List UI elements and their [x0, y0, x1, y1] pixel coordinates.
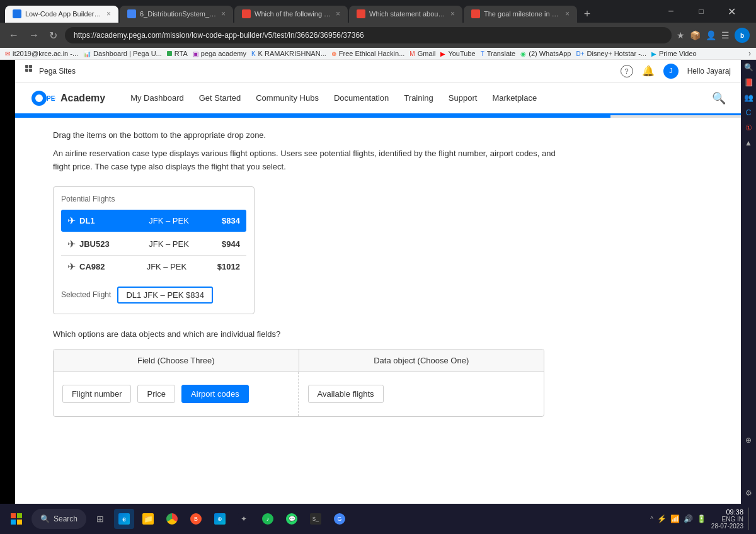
nav-support[interactable]: Support [449, 93, 478, 103]
bookmark-gmail2[interactable]: MGmail [410, 50, 435, 57]
back-button[interactable]: ← [6, 27, 21, 43]
tab-2-close[interactable]: × [221, 9, 226, 18]
flight-row-dl1[interactable]: ✈ DL1 JFK – PEK $834 [61, 210, 246, 232]
flight-row-jbu523[interactable]: ✈ JBU523 JFK – PEK $944 [61, 233, 246, 256]
tab-5[interactable]: The goal milestone in a service-b × [464, 6, 577, 23]
bookmark-ethical[interactable]: ⊕Free Ethical Hackin... [331, 50, 405, 57]
extensions-icon[interactable]: ☰ [721, 30, 730, 40]
settings-icon[interactable]: ⚙ [745, 489, 752, 497]
taskbar-search[interactable]: 🔍 Search [32, 509, 86, 529]
field-chip-price[interactable]: Price [137, 385, 175, 403]
taskbar-app-8[interactable]: 💬 [282, 509, 302, 529]
new-tab-button[interactable]: + [578, 5, 596, 23]
tray-arrow[interactable]: ^ [650, 516, 653, 523]
data-objects-column: Available flights [299, 372, 544, 416]
nav-documentation[interactable]: Documentation [334, 93, 389, 103]
ext-icon-6[interactable]: ▲ [745, 139, 752, 147]
svg-rect-3 [29, 69, 32, 72]
ext-icon-3[interactable]: 👥 [744, 93, 753, 102]
bookmark-pega[interactable]: ▣pega academy [193, 50, 246, 57]
taskbar-app-10[interactable]: G [329, 509, 350, 529]
start-button[interactable] [5, 508, 28, 530]
flight-icon-ca982: ✈ [67, 261, 76, 273]
nav-marketplace[interactable]: Marketplace [492, 93, 537, 103]
help-icon[interactable]: ? [621, 65, 633, 77]
bing-icon: b [735, 28, 750, 43]
taskbar-app-store[interactable]: ⊕ [210, 509, 230, 529]
taskbar-app-6[interactable]: ✦ [234, 509, 254, 529]
nav-search-icon[interactable]: 🔍 [712, 91, 726, 105]
taskbar-app-explorer[interactable]: 📁 [138, 509, 158, 529]
tab-1-close[interactable]: × [106, 9, 111, 18]
bookmark-youtube[interactable]: ▶YouTube [440, 50, 475, 57]
bookmark-gmail[interactable]: ✉it2019@krce.ac.in -... [5, 50, 78, 57]
bookmark-dashboard[interactable]: 📊Dashboard | Pega U... [83, 50, 162, 57]
drag-instruction: Drag the items on the bottom to the appr… [53, 130, 703, 140]
field-chip-flight-number[interactable]: Flight number [62, 385, 131, 403]
flight-price-jbu523: $944 [222, 239, 240, 249]
flight-icon-jbu523: ✈ [67, 238, 76, 250]
data-object-chip-available-flights[interactable]: Available flights [308, 385, 384, 403]
show-desktop[interactable] [748, 508, 751, 530]
window-close[interactable]: ✕ [717, 0, 746, 23]
ext-icon-4[interactable]: C [746, 108, 752, 117]
forward-button[interactable]: → [26, 27, 42, 43]
pega-logo[interactable]: PEGA Academy [30, 88, 105, 108]
bookmark-rta[interactable]: RTA [167, 50, 188, 57]
tab-4[interactable]: Which statement about single re × [349, 6, 462, 23]
flight-icon-dl1: ✈ [67, 215, 76, 227]
svg-rect-7 [11, 513, 16, 518]
window-maximize[interactable]: □ [687, 0, 716, 23]
bookmark-k[interactable]: KK RAMAKRISHNAN... [251, 50, 326, 57]
bookmark-prime[interactable]: ▶Prime Video [651, 50, 697, 57]
taskbar-search-label: Search [54, 514, 77, 523]
system-tray[interactable]: ^ ⚡ 📶 🔊 🔋 [650, 514, 706, 523]
window-minimize[interactable]: − [656, 0, 685, 23]
reload-button[interactable]: ↻ [47, 27, 60, 44]
user-avatar[interactable]: J [663, 64, 679, 79]
nav-training[interactable]: Training [404, 93, 433, 103]
nav-community-hubs[interactable]: Community Hubs [256, 93, 319, 103]
taskbar-app-9[interactable]: $_ [306, 509, 326, 529]
flight-price-ca982: $1012 [217, 262, 240, 271]
profile-icon[interactable]: 👤 [706, 30, 716, 40]
battery-icon[interactable]: 🔋 [697, 514, 706, 523]
ext-icon-1[interactable]: 🔍 [744, 63, 753, 72]
tab-1[interactable]: Low-Code App Builder | Pega Ac × [5, 6, 118, 23]
bookmark-disney[interactable]: D+Disney+ Hotstar -... [576, 50, 646, 57]
clock[interactable]: 09:38 ENG IN 28-07-2023 [711, 508, 743, 530]
tab-3-close[interactable]: × [336, 9, 340, 18]
taskbar-task-view[interactable]: ⊞ [90, 509, 110, 529]
selected-flight-value: DL1 JFK – PEK $834 [117, 287, 213, 304]
flight-price-dl1: $834 [222, 216, 240, 225]
tab-5-close[interactable]: × [565, 9, 570, 18]
flight-num-dl1: DL1 [79, 216, 116, 225]
taskbar-app-7[interactable]: ♪ [258, 509, 278, 529]
pega-grid-icon [25, 65, 35, 77]
taskbar-app-edge[interactable]: e [114, 509, 134, 529]
nav-get-started[interactable]: Get Started [199, 93, 241, 103]
notifications-icon[interactable]: 🔔 [642, 65, 655, 77]
address-input[interactable] [65, 27, 672, 43]
ext-icon-5[interactable]: ① [745, 123, 752, 132]
taskbar-app-chrome[interactable] [162, 509, 182, 529]
ext-icon-7[interactable]: ⊕ [745, 436, 752, 445]
favorites-icon[interactable]: ★ [677, 30, 685, 40]
ext-icon-2[interactable]: 📕 [744, 78, 753, 87]
volume-icon[interactable]: 🔊 [684, 514, 693, 523]
field-chip-airport-codes[interactable]: Airport codes [181, 385, 249, 403]
collections-icon[interactable]: 📦 [690, 30, 701, 40]
nav-my-dashboard[interactable]: My Dashboard [130, 93, 184, 103]
flight-row-ca982[interactable]: ✈ CA982 JFK – PEK $1012 [61, 256, 246, 278]
network-icon[interactable]: 📶 [670, 514, 680, 523]
bluetooth-icon[interactable]: ⚡ [657, 514, 667, 523]
bookmarks-more[interactable]: › [748, 49, 751, 58]
tab-2[interactable]: 6_DistributionSystem_UseCase-R × [120, 6, 233, 23]
tab-3[interactable]: Which of the following scenario: × [234, 6, 348, 23]
pega-sites-label[interactable]: Pega Sites [39, 67, 76, 76]
bookmark-whatsapp[interactable]: ◉(2) WhatsApp [520, 50, 571, 57]
tab-4-label: Which statement about single re [369, 10, 447, 18]
bookmark-translate[interactable]: TTranslate [481, 50, 516, 57]
tab-4-close[interactable]: × [450, 9, 455, 18]
taskbar-app-brave[interactable]: B [186, 509, 206, 529]
